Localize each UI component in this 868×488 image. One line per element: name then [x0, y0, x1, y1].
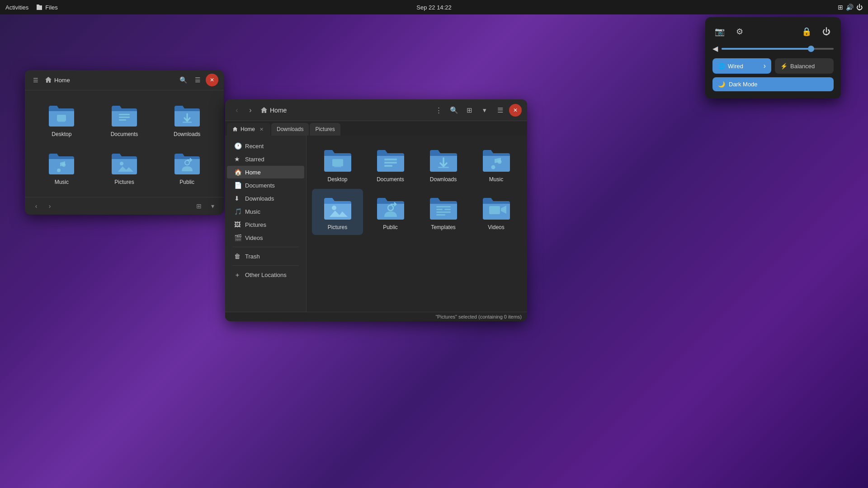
folder-downloads[interactable]: Downloads [157, 98, 217, 142]
recent-icon: 🕐 [234, 142, 241, 150]
taskbar-right: ⊞ 🔊 ⏻ [838, 4, 863, 11]
svg-rect-0 [57, 115, 66, 121]
volume-slider[interactable] [722, 48, 834, 50]
tab-downloads[interactable]: Downloads [271, 123, 309, 136]
sidebar-item-pictures[interactable]: 🖼 Pictures [227, 218, 304, 231]
screenshot-icon: 📷 [715, 27, 725, 37]
folder-documents-label: Documents [111, 131, 138, 137]
nav-arrows: ‹ › [231, 104, 257, 117]
file-item-desktop[interactable]: Desktop [312, 141, 363, 187]
panel-top-row: 📷 ⚙ 🔒 ⏻ [712, 24, 834, 39]
search-button[interactable]: 🔍 [177, 74, 189, 86]
downloads-folder-icon [173, 102, 202, 128]
sidebar-music-label: Music [245, 208, 260, 215]
folder-grid-small: Desktop Documents Downloads [25, 90, 224, 197]
taskbar-app-name: Files [45, 4, 57, 11]
balanced-button[interactable]: ⚡ Balanced [775, 58, 834, 74]
file-music-label: Music [489, 176, 503, 183]
activities-button[interactable]: Activities [5, 4, 28, 11]
window-small-titlebar: ☰ Home 🔍 ☰ ✕ [25, 70, 224, 90]
file-item-music[interactable]: Music [471, 141, 522, 187]
file-public-label: Public [383, 224, 398, 230]
svg-point-6 [57, 169, 61, 172]
volume-icon[interactable]: 🔊 [846, 4, 854, 11]
menu-button[interactable]: ☰ [191, 74, 204, 86]
lock-button[interactable]: 🔒 [799, 24, 814, 39]
sort-button[interactable]: ▾ [207, 200, 218, 212]
dark-mode-label: Dark Mode [729, 81, 758, 88]
close-button[interactable]: ✕ [206, 74, 218, 86]
file-manager-small: ☰ Home 🔍 ☰ ✕ Desktop [25, 70, 224, 215]
pictures-folder-icon-large [322, 193, 353, 221]
titlebar-path: Home [45, 76, 173, 84]
view-toggle-button[interactable]: ⊞ [463, 104, 476, 117]
back-arrow-button[interactable]: ‹ [231, 104, 243, 117]
volume-fill [722, 48, 811, 50]
svg-rect-2 [119, 114, 130, 115]
sidebar-item-videos[interactable]: 🎬 Videos [227, 231, 304, 244]
public-folder-icon [173, 150, 202, 176]
sidebar-item-recent[interactable]: 🕐 Recent [227, 140, 304, 152]
sidebar-item-documents[interactable]: 📄 Documents [227, 179, 304, 192]
file-item-templates[interactable]: Templates [418, 189, 469, 235]
taskbar-app[interactable]: Files [36, 4, 57, 11]
sidebar-item-music[interactable]: 🎵 Music [227, 205, 304, 218]
close-button-large[interactable]: ✕ [509, 104, 522, 117]
sidebar-toggle-button[interactable]: ☰ [30, 75, 41, 85]
folder-music-label: Music [55, 179, 69, 185]
balanced-icon: ⚡ [780, 63, 788, 70]
folder-public-label: Public [179, 179, 194, 185]
file-desktop-label: Desktop [327, 176, 347, 183]
sidebar-item-trash[interactable]: 🗑 Trash [227, 250, 304, 263]
svg-rect-22 [444, 209, 451, 210]
more-options-button[interactable]: ⋮ [432, 104, 445, 117]
wired-arrow-icon: › [764, 62, 766, 70]
list-view-button[interactable]: ⊞ [193, 200, 205, 212]
svg-rect-10 [332, 159, 343, 166]
folder-public[interactable]: Public [157, 145, 217, 190]
folder-pictures[interactable]: Pictures [95, 145, 154, 190]
tab-home[interactable]: Home ✕ [227, 123, 270, 136]
folder-documents[interactable]: Documents [95, 98, 154, 142]
file-item-public[interactable]: Public [365, 189, 416, 235]
nav-forward-button[interactable]: › [44, 200, 56, 212]
svg-point-18 [332, 206, 336, 210]
wired-button[interactable]: 🌐 Wired › [712, 58, 771, 74]
power-icon[interactable]: ⏻ [856, 4, 863, 11]
music-folder-icon [47, 150, 76, 176]
svg-point-17 [497, 160, 501, 164]
menu-button-large[interactable]: ☰ [494, 104, 506, 117]
file-item-pictures[interactable]: Pictures [312, 189, 363, 235]
sidebar-item-home[interactable]: 🏠 Home [227, 166, 304, 178]
status-text: "Pictures" selected (containing 0 items) [435, 314, 522, 319]
file-templates-label: Templates [431, 224, 456, 230]
screenshot-button[interactable]: 📷 [712, 24, 727, 39]
file-item-downloads[interactable]: Downloads [418, 141, 469, 187]
sidebar-item-other[interactable]: ＋ Other Locations [227, 268, 304, 281]
folder-desktop[interactable]: Desktop [32, 98, 91, 142]
file-item-videos[interactable]: Videos [471, 189, 522, 235]
pictures-sidebar-icon: 🖼 [234, 221, 241, 228]
forward-arrow-button[interactable]: › [244, 104, 257, 117]
network-icon[interactable]: ⊞ [838, 4, 843, 11]
dark-mode-button[interactable]: 🌙 Dark Mode [712, 77, 834, 91]
tab-pictures[interactable]: Pictures [310, 123, 340, 136]
tab-downloads-label: Downloads [277, 126, 303, 132]
file-item-documents[interactable]: Documents [365, 141, 416, 187]
nav-back-button[interactable]: ‹ [30, 200, 42, 212]
sort-toggle-button[interactable]: ▾ [478, 104, 491, 117]
sidebar-item-starred[interactable]: ★ Starred [227, 153, 304, 165]
sidebar-item-downloads[interactable]: ⬇ Downloads [227, 192, 304, 205]
sidebar-home-label: Home [245, 169, 261, 176]
svg-rect-4 [119, 119, 126, 121]
titlebar-actions: 🔍 ☰ ✕ [177, 74, 218, 86]
power-panel-button[interactable]: ⏻ [819, 24, 834, 39]
settings-button[interactable]: ⚙ [732, 24, 747, 39]
window-titlebar-right: ⋮ 🔍 ⊞ ▾ ☰ ✕ [432, 104, 522, 117]
search-button-large[interactable]: 🔍 [448, 104, 460, 117]
window-small-footer: ‹ › ⊞ ▾ [25, 197, 224, 215]
taskbar: Activities Files Sep 22 14:22 ⊞ 🔊 ⏻ [0, 0, 868, 14]
system-panel: 📷 ⚙ 🔒 ⏻ ◀ 🌐 Wired › ⚡ [705, 17, 841, 99]
tab-home-close[interactable]: ✕ [258, 126, 265, 133]
folder-music[interactable]: Music [32, 145, 91, 190]
